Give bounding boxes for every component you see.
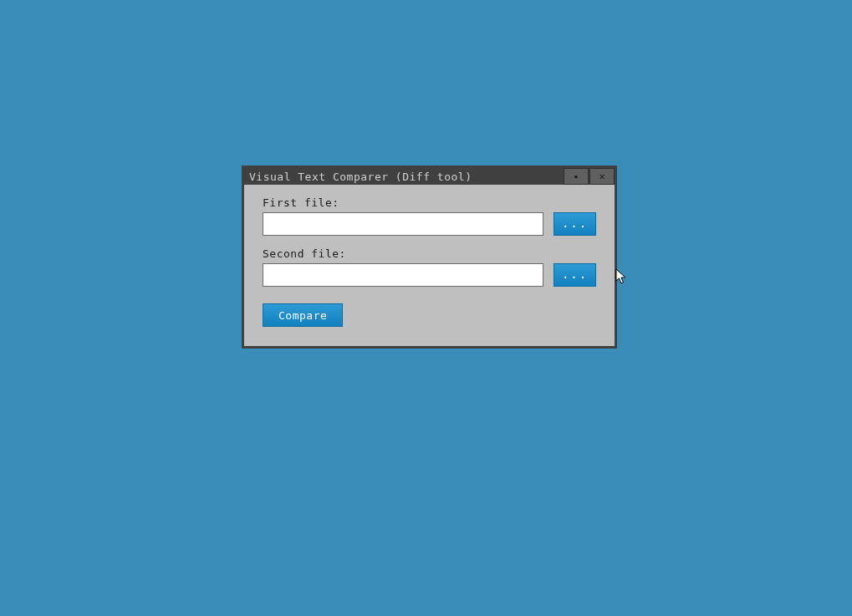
second-file-browse-button[interactable]: ... xyxy=(554,263,596,287)
compare-button[interactable]: Compare xyxy=(263,303,343,327)
window-body: First file: ... Second file: ... Compare xyxy=(244,185,615,342)
titlebar[interactable]: Visual Text Comparer (Diff tool) ▪ ✕ xyxy=(244,168,615,185)
first-file-row: ... xyxy=(263,212,596,236)
first-file-label: First file: xyxy=(263,196,596,209)
minimize-icon: ▪ xyxy=(574,173,579,181)
minimize-button[interactable]: ▪ xyxy=(564,168,589,185)
first-file-browse-button[interactable]: ... xyxy=(554,212,596,236)
close-icon: ✕ xyxy=(599,171,605,182)
first-file-input[interactable] xyxy=(263,212,543,236)
window-title: Visual Text Comparer (Diff tool) xyxy=(249,171,472,183)
second-file-group: Second file: ... xyxy=(263,247,596,287)
second-file-input[interactable] xyxy=(263,263,543,287)
first-file-group: First file: ... xyxy=(263,196,596,236)
second-file-row: ... xyxy=(263,263,596,287)
mouse-cursor-icon xyxy=(615,268,627,285)
dialog-window: Visual Text Comparer (Diff tool) ▪ ✕ Fir… xyxy=(242,165,617,349)
titlebar-buttons: ▪ ✕ xyxy=(563,168,615,185)
second-file-label: Second file: xyxy=(263,247,596,260)
close-button[interactable]: ✕ xyxy=(589,168,615,185)
